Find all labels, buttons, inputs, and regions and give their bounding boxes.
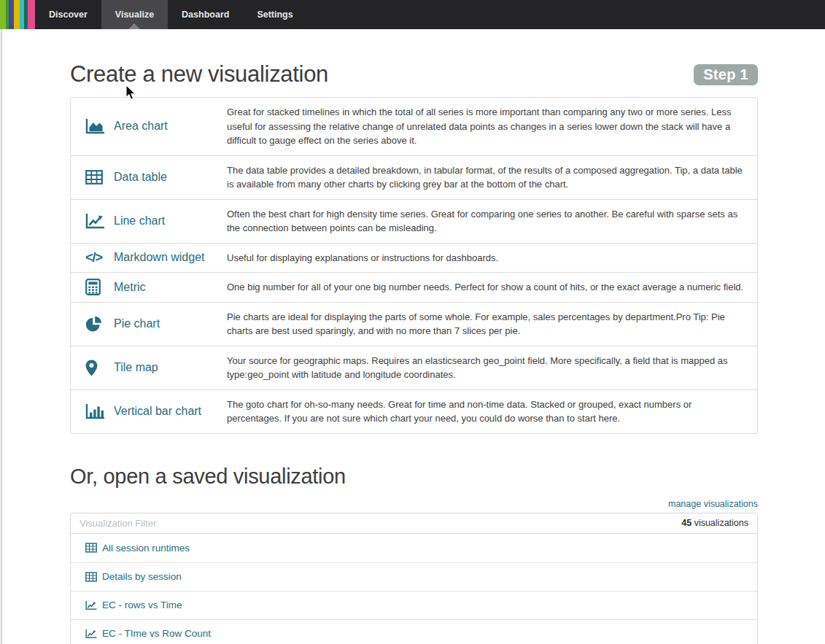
vis-type-description: Useful for displaying explanations or in…	[227, 244, 757, 273]
line-chart-icon	[85, 600, 97, 610]
manage-visualizations-link[interactable]: manage visualizations	[668, 499, 758, 509]
vis-type-description: The data table provides a detailed break…	[227, 156, 757, 199]
vis-type-description: The goto chart for oh-so-many needs. Gre…	[227, 390, 757, 433]
metric-icon	[85, 279, 107, 295]
tile-map-icon	[85, 360, 107, 376]
logo-stripe	[14, 0, 19, 29]
saved-vis-details-by-session[interactable]: Details by session	[71, 562, 757, 591]
vis-type-description: One big number for all of your one big n…	[227, 273, 757, 302]
vis-type-label: Line chart	[107, 214, 165, 228]
create-section-header: Create a new visualization Step 1	[70, 61, 758, 88]
vis-type-left-cell: Area chart	[71, 118, 227, 134]
nav-tab-dashboard[interactable]: Dashboard	[168, 0, 243, 29]
vis-type-tile-map[interactable]: Tile map Your source for geographic maps…	[71, 346, 757, 389]
step-badge: Step 1	[694, 64, 758, 85]
vis-type-left-cell: Metric	[71, 279, 227, 295]
vertical-bar-icon	[85, 403, 107, 419]
data-table-icon	[85, 572, 97, 582]
vis-type-area-chart[interactable]: Area chart Great for stacked timelines i…	[71, 98, 757, 155]
active-tab-caret-icon	[128, 23, 140, 29]
vis-type-line-chart[interactable]: Line chart Often the best chart for high…	[71, 199, 757, 243]
vis-type-label: Vertical bar chart	[107, 405, 201, 418]
nav-tab-discover[interactable]: Discover	[35, 0, 101, 29]
visualization-filter-bar: 45 visualizations	[70, 513, 758, 534]
vis-type-left-cell: Pie chart	[71, 316, 227, 333]
saved-vis-label: EC - TIme vs Row Count	[102, 628, 211, 639]
top-navbar: DiscoverVisualizeDashboardSettings	[0, 0, 825, 29]
vis-type-label: Area chart	[107, 120, 168, 133]
nav-tabs: DiscoverVisualizeDashboardSettings	[35, 0, 307, 29]
saved-section-title: Or, open a saved visualization	[70, 465, 758, 489]
manage-row: manage visualizations	[70, 499, 758, 509]
vis-type-description: Your source for geographic maps. Require…	[227, 346, 757, 389]
vis-type-markdown-widget[interactable]: </> Markdown widget Useful for displayin…	[71, 243, 757, 273]
vis-type-description: Pie charts are ideal for displaying the …	[227, 303, 757, 346]
vis-type-left-cell: Line chart	[71, 213, 227, 229]
nav-tab-visualize[interactable]: Visualize	[101, 0, 168, 29]
area-chart-icon	[85, 118, 107, 134]
data-table-icon	[85, 170, 107, 185]
saved-vis-label: All session runtimes	[102, 543, 190, 554]
vis-type-label: Pie chart	[107, 317, 160, 330]
visualization-filter-input[interactable]	[71, 518, 681, 529]
vis-type-left-cell: </> Markdown widget	[71, 250, 227, 265]
vis-type-left-cell: Vertical bar chart	[71, 403, 227, 419]
vis-type-left-cell: Data table	[71, 170, 227, 185]
visualization-count-number: 45	[681, 518, 692, 528]
visualization-count-label: visualizations	[692, 518, 748, 528]
vis-type-description: Great for stacked timelines in which the…	[227, 98, 757, 155]
logo-stripe	[0, 0, 6, 29]
visualization-count: 45 visualizations	[681, 518, 757, 528]
line-chart-icon	[85, 213, 107, 229]
data-table-icon	[85, 543, 97, 553]
main-content: Create a new visualization Step 1 Area c…	[70, 61, 758, 644]
saved-vis-ec-time-vs-row-count[interactable]: EC - TIme vs Row Count	[71, 619, 757, 644]
vis-type-vertical-bar-chart[interactable]: Vertical bar chart The goto chart for oh…	[71, 389, 757, 433]
left-edge-line	[0, 29, 2, 644]
logo-stripe	[9, 0, 14, 29]
saved-vis-ec-rows-vs-time[interactable]: EC - rows vs Time	[71, 591, 757, 619]
logo-stripe	[28, 0, 35, 29]
vis-type-left-cell: Tile map	[71, 360, 227, 376]
saved-vis-label: EC - rows vs Time	[102, 600, 182, 610]
markdown-icon: </>	[85, 250, 107, 265]
vis-type-data-table[interactable]: Data table The data table provides a det…	[71, 155, 757, 199]
nav-tab-settings[interactable]: Settings	[243, 0, 306, 29]
vis-type-label: Data table	[107, 171, 167, 184]
kibana-logo	[0, 0, 35, 29]
page-title: Create a new visualization	[70, 61, 328, 88]
vis-type-label: Markdown widget	[107, 251, 205, 264]
visualization-type-list: Area chart Great for stacked timelines i…	[70, 97, 758, 434]
vis-type-metric[interactable]: Metric One big number for all of your on…	[71, 272, 757, 302]
pie-chart-icon	[85, 316, 107, 333]
vis-type-label: Metric	[107, 281, 146, 294]
vis-type-pie-chart[interactable]: Pie chart Pie charts are ideal for displ…	[71, 302, 757, 346]
saved-vis-all-session-runtimes[interactable]: All session runtimes	[71, 534, 757, 562]
vis-type-description: Often the best chart for high density ti…	[227, 200, 757, 243]
line-chart-icon	[85, 629, 97, 639]
saved-visualization-list: All session runtimes Details by session …	[70, 534, 758, 644]
saved-vis-label: Details by session	[102, 571, 182, 582]
vis-type-label: Tile map	[107, 361, 158, 374]
